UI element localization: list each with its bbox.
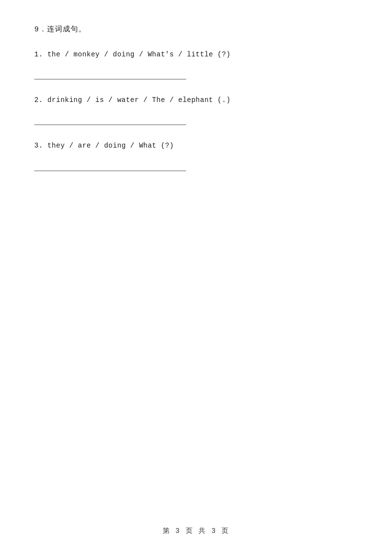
answer-line-3 <box>34 162 186 171</box>
page-footer: 第 3 页 共 3 页 <box>0 527 392 535</box>
answer-line-1 <box>34 71 186 79</box>
question-text-3: 3. they / are / doing / What (?) <box>34 140 358 152</box>
answer-line-2 <box>34 116 186 125</box>
question-item-1: 1. the / monkey / doing / What's / littl… <box>34 49 358 79</box>
page: 9．连词成句。 1. the / monkey / doing / What's… <box>0 0 392 555</box>
question-text-1: 1. the / monkey / doing / What's / littl… <box>34 49 358 61</box>
section-title: 9．连词成句。 <box>34 25 358 34</box>
question-text-2: 2. drinking / is / water / The / elephan… <box>34 94 358 106</box>
question-item-3: 3. they / are / doing / What (?) <box>34 140 358 171</box>
question-item-2: 2. drinking / is / water / The / elephan… <box>34 94 358 125</box>
